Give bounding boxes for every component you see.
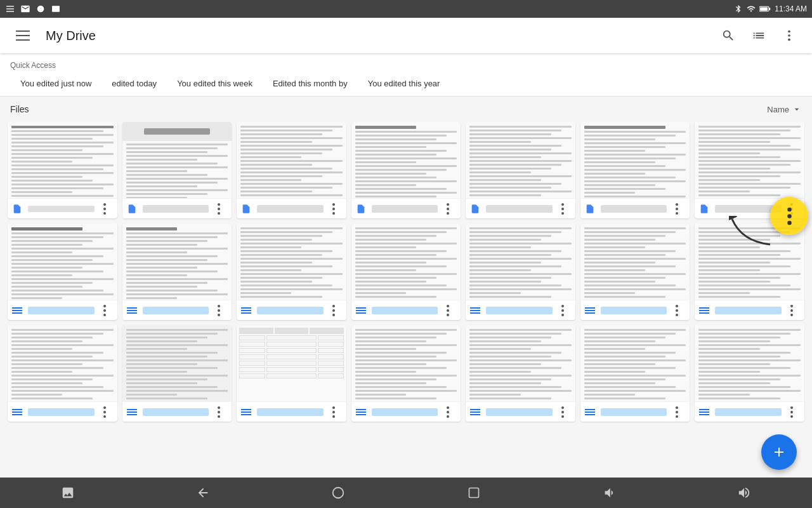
chip-today[interactable]: edited today	[102, 75, 167, 96]
file-icon-6	[584, 203, 596, 215]
file-icon-r3-7	[698, 406, 710, 418]
file-thumbnail-r2-2	[122, 224, 232, 300]
svg-point-3	[37, 6, 44, 13]
svg-point-9	[788, 34, 790, 37]
files-header: Files Name	[0, 97, 812, 119]
nav-square-button[interactable]	[459, 478, 489, 508]
file-more-btn-r2-5[interactable]	[555, 303, 570, 318]
file-card-r2-4[interactable]	[351, 224, 461, 320]
file-more-btn-3[interactable]	[326, 201, 341, 217]
file-card-1[interactable]	[8, 122, 117, 218]
app-bar-actions	[716, 23, 802, 48]
file-icon-4	[355, 203, 367, 215]
file-more-btn-r2-3[interactable]	[326, 303, 341, 318]
fab-button[interactable]	[761, 434, 797, 470]
file-more-btn-r3-3[interactable]	[326, 404, 341, 420]
file-more-btn-5[interactable]	[555, 201, 570, 217]
file-card-r2-1[interactable]	[8, 224, 117, 320]
file-name-r2-5	[486, 307, 553, 314]
file-thumbnail-r2-5	[466, 224, 575, 300]
file-more-btn-r3-2[interactable]	[211, 404, 226, 420]
nav-back-button[interactable]	[188, 478, 218, 508]
chip-this-month[interactable]: Edited this month by	[263, 75, 358, 96]
search-icon	[721, 29, 735, 43]
wifi-icon	[747, 4, 756, 13]
file-card-r3-4[interactable]	[351, 325, 461, 422]
file-more-btn-4[interactable]	[440, 201, 455, 217]
file-more-btn-r2-2[interactable]	[211, 303, 226, 318]
file-card-r3-5[interactable]	[466, 325, 575, 422]
nav-vol-down-button[interactable]	[594, 478, 624, 508]
file-more-btn-r3-7[interactable]	[784, 404, 799, 420]
file-thumbnail-r3-4	[351, 325, 461, 401]
file-more-btn-r3-1[interactable]	[97, 404, 112, 420]
file-icon-r2-3	[240, 305, 252, 316]
file-card-r3-2[interactable]	[122, 325, 232, 422]
search-button[interactable]	[716, 23, 741, 48]
file-name-r2-6	[601, 307, 667, 314]
chip-this-year[interactable]: You edited this year	[358, 75, 450, 96]
file-more-btn-6-highlighted[interactable]	[669, 201, 684, 217]
file-card-r3-7[interactable]	[695, 325, 804, 422]
more-vert-button[interactable]	[776, 23, 802, 48]
file-card-4[interactable]	[351, 122, 461, 218]
chip-just-now[interactable]: You edited just now	[10, 75, 102, 96]
svg-point-10	[788, 39, 790, 41]
file-meta-r3-2	[122, 401, 232, 422]
file-name-r3-6	[601, 408, 667, 416]
file-name-r2-3	[257, 307, 324, 314]
file-card-r2-7[interactable]	[695, 224, 804, 320]
file-more-btn-r3-4[interactable]	[440, 404, 455, 420]
file-more-btn-r2-1[interactable]	[97, 303, 112, 318]
nav-home-button[interactable]	[323, 478, 353, 508]
file-icon-r2-4	[355, 305, 367, 316]
file-more-btn-r2-7[interactable]	[784, 303, 799, 318]
file-name-r2-7	[715, 307, 782, 314]
file-card-r2-2[interactable]	[122, 224, 232, 320]
file-card-3[interactable]	[237, 122, 346, 218]
status-bar-right: 11:34 AM	[734, 4, 807, 13]
chip-this-week[interactable]: You edited this week	[167, 75, 263, 96]
file-meta-r2-2	[122, 300, 232, 320]
hamburger-line	[16, 39, 30, 41]
file-card-r2-6[interactable]	[580, 224, 690, 320]
file-card-5[interactable]	[466, 122, 575, 218]
hamburger-line	[16, 35, 30, 36]
file-card-6[interactable]	[580, 122, 690, 218]
file-card-r2-3[interactable]	[237, 224, 346, 320]
file-more-btn-r2-6[interactable]	[669, 303, 684, 318]
file-more-btn-7[interactable]	[784, 201, 799, 217]
nav-image-button[interactable]	[53, 478, 83, 508]
file-card-r3-1[interactable]	[8, 325, 117, 422]
file-card-r3-3[interactable]	[237, 325, 346, 422]
file-more-btn-1[interactable]	[97, 201, 112, 217]
file-more-btn-r3-6[interactable]	[669, 404, 684, 420]
file-icon-r3-1	[11, 406, 23, 418]
file-meta-5	[466, 198, 575, 218]
file-name-2	[143, 205, 209, 213]
files-grid-row3	[0, 323, 812, 424]
quick-access-chips: You edited just now edited today You edi…	[10, 75, 802, 96]
file-meta-r2-7	[695, 300, 804, 320]
file-icon-2	[126, 203, 138, 215]
more-vert-icon	[782, 29, 796, 43]
file-more-btn-2[interactable]	[211, 201, 226, 217]
sort-button[interactable]: Name	[767, 104, 802, 114]
status-bar-left	[5, 4, 61, 14]
file-card-2[interactable]	[122, 122, 232, 218]
menu-icon	[5, 4, 15, 14]
app-bar: My Drive	[0, 18, 812, 53]
file-card-r3-6[interactable]	[580, 325, 690, 422]
battery-icon	[759, 5, 771, 13]
file-icon-1	[11, 203, 23, 215]
nav-vol-up-button[interactable]	[729, 478, 759, 508]
file-name-r3-3	[257, 408, 324, 416]
time-display: 11:34 AM	[775, 4, 807, 13]
file-name-1	[28, 206, 95, 212]
file-card-r2-5[interactable]	[466, 224, 575, 320]
file-card-7[interactable]	[695, 122, 804, 218]
file-more-btn-r2-4[interactable]	[440, 303, 455, 318]
file-more-btn-r3-5[interactable]	[555, 404, 570, 420]
list-view-button[interactable]	[746, 23, 771, 48]
hamburger-button[interactable]	[10, 23, 36, 48]
